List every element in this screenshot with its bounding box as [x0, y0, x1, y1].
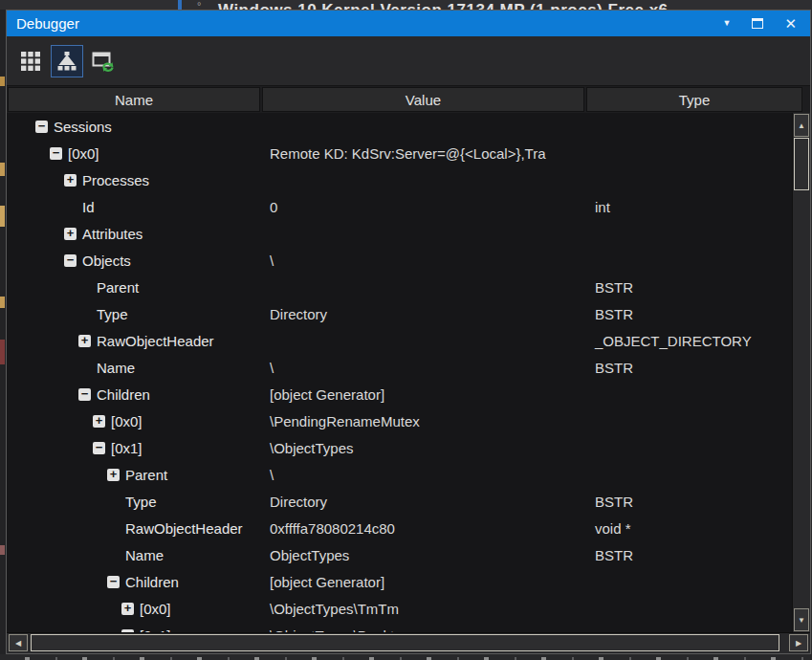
row-name-cell: − Sessions: [7, 119, 260, 135]
column-header-value[interactable]: Value: [262, 87, 584, 112]
row-name: Name: [125, 547, 164, 563]
expand-icon[interactable]: +: [64, 174, 77, 187]
tree-row[interactable]: + Processes: [7, 166, 792, 193]
scroll-right-icon[interactable]: ▶: [789, 634, 808, 651]
row-type: BSTR: [583, 547, 792, 563]
tree-view-button[interactable]: [51, 45, 83, 77]
tree-row[interactable]: + RawObjectHeader _OBJECT_DIRECTORY: [7, 327, 792, 354]
scroll-left-icon[interactable]: ◀: [9, 634, 28, 651]
background-caret: [178, 0, 182, 10]
tree-row[interactable]: − [0x1] \ObjectTypes\Desktop: [7, 622, 792, 632]
row-name: RawObjectHeader: [125, 520, 243, 537]
tree-row[interactable]: − Objects \: [7, 247, 792, 274]
vertical-scrollbar[interactable]: ▲ ▼: [792, 113, 810, 632]
tree-row[interactable]: + Attributes: [7, 220, 792, 247]
refresh-window-icon: [92, 51, 115, 72]
collapse-icon[interactable]: −: [50, 147, 62, 160]
collapse-icon[interactable]: −: [64, 254, 77, 267]
background-speckle: [0, 163, 5, 176]
background-window-bottom: [0, 654, 812, 660]
row-name-cell: RawObjectHeader: [7, 520, 260, 537]
tree-row[interactable]: − Children [object Generator]: [7, 568, 792, 595]
expand-icon[interactable]: +: [93, 415, 105, 428]
row-value: [object Generator]: [260, 574, 583, 590]
screen: ° Windows 10 Kernel Version 17134 MP (1 …: [0, 0, 812, 660]
row-value: \: [260, 360, 583, 376]
toolbar: [7, 36, 810, 86]
tree-row[interactable]: Name \ BSTR: [7, 354, 792, 381]
scroll-up-icon[interactable]: ▲: [794, 114, 809, 137]
tree-row[interactable]: − Children [object Generator]: [7, 381, 792, 407]
scroll-down-icon[interactable]: ▼: [794, 608, 809, 631]
titlebar[interactable]: Debugger ▼ ✕: [7, 11, 810, 36]
row-type: void *: [583, 520, 792, 537]
row-name-cell: − Children: [7, 386, 260, 403]
expand-icon[interactable]: +: [107, 469, 120, 481]
row-name: Id: [82, 199, 95, 215]
row-name: Parent: [125, 467, 167, 483]
vertical-scroll-thumb[interactable]: [794, 138, 809, 190]
row-type: BSTR: [583, 279, 792, 296]
row-value: \ObjectTypes: [260, 440, 583, 456]
row-name-cell: − Objects: [7, 253, 260, 269]
expand-icon[interactable]: +: [121, 603, 134, 615]
collapse-icon[interactable]: −: [93, 442, 105, 454]
row-value: [object Generator]: [260, 386, 583, 403]
grid-header: Name Value Type: [7, 86, 810, 113]
debugger-window: Debugger ▼ ✕: [6, 10, 811, 654]
row-name: [0x1]: [111, 440, 143, 456]
row-type: BSTR: [583, 306, 792, 322]
close-icon[interactable]: ✕: [784, 16, 797, 31]
collapse-icon[interactable]: −: [107, 576, 120, 588]
tree-row[interactable]: Name ObjectTypes BSTR: [7, 541, 792, 568]
maximize-icon[interactable]: [752, 18, 763, 29]
row-value: 0: [260, 199, 583, 215]
horizontal-scrollbar[interactable]: ◀ ▶: [7, 632, 810, 653]
row-value: \: [260, 253, 583, 269]
tree-row[interactable]: RawObjectHeader 0xffffa78080214c80 void …: [7, 515, 792, 541]
row-name: Name: [97, 360, 135, 376]
horizontal-scroll-thumb[interactable]: [31, 634, 779, 651]
tree-row[interactable]: + Parent \: [7, 461, 792, 488]
column-header-name[interactable]: Name: [8, 87, 260, 112]
tree-row[interactable]: − [0x1] \ObjectTypes: [7, 434, 792, 461]
row-name-cell: Parent: [7, 279, 260, 296]
tree-row[interactable]: + [0x0] \ObjectTypes\TmTm: [7, 595, 792, 622]
tree-row[interactable]: Id 0 int: [7, 193, 792, 220]
tree-row[interactable]: Parent BSTR: [7, 274, 792, 300]
collapse-icon[interactable]: −: [35, 121, 48, 133]
row-value: Directory: [260, 494, 583, 510]
refresh-window-button[interactable]: [87, 45, 120, 77]
row-name: [0x0]: [68, 145, 99, 162]
tree-row[interactable]: − [0x0] Remote KD: KdSrv:Server=@{<Local…: [7, 140, 792, 166]
row-name-cell: Type: [7, 494, 260, 510]
row-name-cell: Name: [7, 360, 260, 376]
tree-row[interactable]: Type Directory BSTR: [7, 488, 792, 515]
row-name-cell: − Children: [7, 574, 260, 590]
row-name-cell: − [0x1]: [7, 440, 260, 456]
row-name: Objects: [82, 253, 131, 269]
grid-view-button[interactable]: [14, 45, 47, 77]
column-header-type[interactable]: Type: [586, 87, 802, 112]
row-name-cell: + RawObjectHeader: [7, 333, 260, 349]
tree-grid: − Sessions − [0x0] Remote KD: KdSrv:Serv…: [7, 113, 810, 632]
row-value: \PendingRenameMutex: [260, 413, 583, 429]
tree-row[interactable]: Type Directory BSTR: [7, 300, 792, 327]
background-speckle: [0, 206, 5, 227]
expand-icon[interactable]: +: [64, 228, 77, 240]
expand-icon[interactable]: +: [78, 335, 91, 347]
row-name-cell: + [0x0]: [7, 601, 260, 617]
row-value: \ObjectTypes\TmTm: [260, 601, 583, 617]
collapse-icon[interactable]: −: [78, 388, 91, 401]
tree-row[interactable]: + [0x0] \PendingRenameMutex: [7, 407, 792, 434]
window-menu-chevron-icon[interactable]: ▼: [723, 19, 732, 28]
row-name: Attributes: [82, 226, 143, 242]
background-speckle: [0, 297, 5, 308]
row-name: Parent: [97, 279, 139, 296]
row-value: 0xffffa78080214c80: [260, 520, 583, 537]
tree-view-icon: [56, 51, 77, 72]
row-name-cell: + [0x0]: [7, 413, 260, 429]
tree-row[interactable]: − Sessions: [7, 113, 792, 140]
row-name-cell: − [0x0]: [7, 145, 260, 162]
row-type: BSTR: [583, 494, 792, 510]
